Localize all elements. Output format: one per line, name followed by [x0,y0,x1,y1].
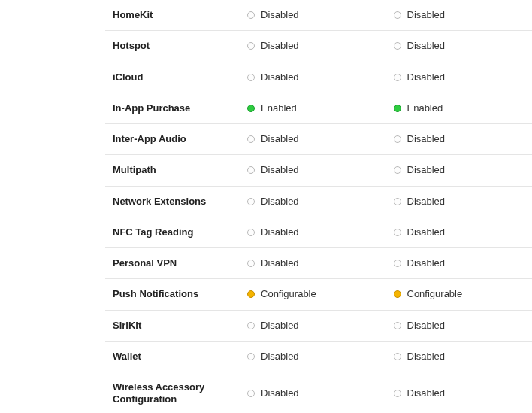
status-indicator: Disabled [247,320,378,332]
status-label: Disabled [261,351,299,363]
capability-name: In-App Purchase [105,93,240,123]
status-indicator: Disabled [394,164,525,176]
table-row: SiriKitDisabledDisabled [105,310,532,341]
table-row: Push NotificationsConfigurableConfigurab… [105,279,532,310]
status-label: Disabled [261,133,299,145]
table-row: Inter-App AudioDisabledDisabled [105,124,532,155]
status-dot-icon [394,42,401,50]
status-dot-icon [394,229,401,236]
capability-status-2: Configurable [386,279,533,310]
status-label: Enabled [407,102,443,114]
status-label: Disabled [261,196,299,208]
status-indicator: Disabled [247,387,378,399]
status-indicator: Configurable [247,288,378,300]
capability-status-1: Disabled [240,186,385,217]
status-label: Disabled [407,226,446,238]
status-dot-icon [247,11,255,19]
capabilities-tbody: HomeKitDisabledDisabledHotspotDisabledDi… [105,0,532,413]
status-label: Disabled [261,40,299,52]
capability-status-2: Disabled [386,248,533,279]
table-row: Network ExtensionsDisabledDisabled [105,186,532,217]
status-indicator: Disabled [394,351,525,363]
capability-name: Multipath [105,155,240,186]
status-indicator: Disabled [394,196,525,208]
status-dot-icon [247,166,255,174]
capability-name: HomeKit [105,0,240,31]
table-row: iCloudDisabledDisabled [105,62,532,93]
status-dot-icon [394,74,401,81]
status-dot-icon [247,135,255,143]
status-dot-icon [247,390,255,397]
status-indicator: Enabled [247,102,378,114]
status-indicator: Disabled [394,226,525,238]
status-label: Enabled [261,102,297,114]
capability-name: Network Extensions [105,186,240,217]
status-label: Disabled [261,257,299,269]
status-label: Disabled [261,71,299,84]
capability-status-1: Disabled [240,62,385,93]
capability-status-1: Disabled [240,372,385,414]
status-indicator: Disabled [394,320,525,332]
status-dot-icon [247,42,255,50]
capability-name: NFC Tag Reading [105,217,240,247]
status-label: Disabled [407,196,446,208]
status-dot-icon [247,290,255,298]
status-dot-icon [247,353,255,360]
status-label: Disabled [407,71,446,84]
status-indicator: Disabled [394,71,525,84]
capability-status-1: Enabled [240,93,385,123]
capability-status-2: Disabled [386,217,533,247]
status-dot-icon [394,198,401,205]
capability-name: SiriKit [105,310,240,341]
status-label: Disabled [407,164,446,176]
status-label: Configurable [261,288,316,300]
status-dot-icon [394,290,401,298]
capability-status-2: Disabled [386,155,533,186]
capability-status-2: Disabled [386,124,533,155]
capability-status-1: Disabled [240,310,385,341]
status-label: Disabled [261,164,299,176]
capability-status-1: Disabled [240,0,385,31]
status-dot-icon [394,166,401,174]
capability-status-2: Disabled [386,310,533,341]
capability-status-2: Disabled [386,31,533,62]
capability-status-2: Disabled [386,372,533,414]
status-label: Disabled [407,351,446,363]
status-indicator: Disabled [394,40,525,52]
capability-status-1: Disabled [240,155,385,186]
status-label: Disabled [407,320,446,332]
capability-status-1: Disabled [240,124,385,155]
status-dot-icon [247,105,255,112]
status-indicator: Disabled [394,133,525,145]
status-indicator: Enabled [394,102,525,114]
status-dot-icon [247,198,255,205]
status-label: Disabled [261,387,299,399]
capability-status-2: Disabled [386,0,533,31]
status-label: Disabled [407,257,446,269]
status-dot-icon [247,229,255,236]
status-label: Disabled [261,320,299,332]
status-indicator: Disabled [394,387,525,399]
capability-status-2: Disabled [386,341,533,372]
status-dot-icon [394,353,401,360]
status-label: Disabled [407,9,446,21]
table-row: Personal VPNDisabledDisabled [105,248,532,279]
status-indicator: Disabled [247,133,378,145]
table-row: HomeKitDisabledDisabled [105,0,532,31]
table-row: HotspotDisabledDisabled [105,31,532,62]
status-dot-icon [247,322,255,329]
status-indicator: Disabled [394,9,525,21]
status-indicator: Disabled [394,257,525,269]
status-indicator: Disabled [247,40,378,52]
capability-status-1: Configurable [240,279,385,310]
status-indicator: Disabled [247,196,378,208]
capability-status-1: Disabled [240,341,385,372]
status-indicator: Disabled [247,226,378,238]
capability-name: Push Notifications [105,279,240,310]
status-label: Disabled [407,387,446,399]
capabilities-table: HomeKitDisabledDisabledHotspotDisabledDi… [105,0,532,413]
capability-status-1: Disabled [240,217,385,247]
capability-name: Wallet [105,341,240,372]
table-row: Wireless Accessory ConfigurationDisabled… [105,372,532,414]
status-dot-icon [247,74,255,81]
